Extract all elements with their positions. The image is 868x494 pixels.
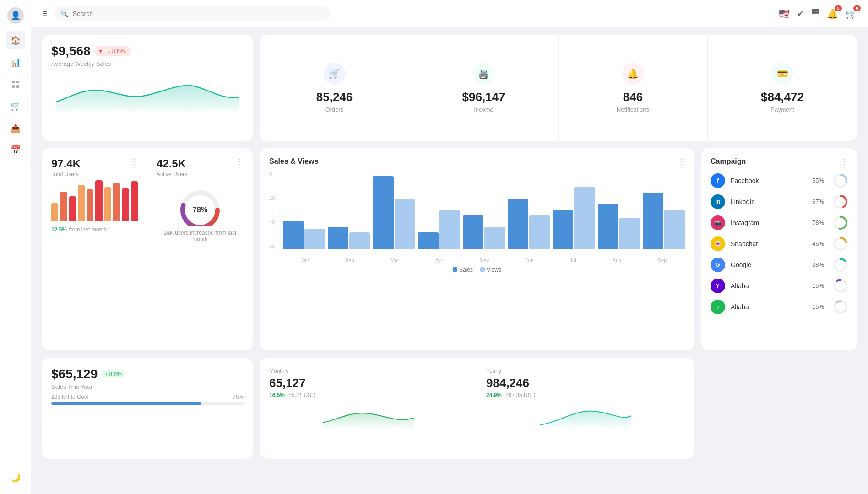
views-bar-7	[619, 218, 640, 249]
views-bar-2	[395, 199, 415, 249]
monthly-section: Monthly 65,127 16.5% 55.21 USD	[260, 358, 477, 459]
sales-year-amount: $65,129	[51, 367, 98, 381]
stat-orders: 🛒 85,246 Orders	[260, 35, 409, 141]
svg-rect-2	[12, 85, 15, 88]
income-icon: 🖨️	[473, 63, 495, 85]
campaign-item-5: YAltaba15%	[711, 279, 848, 293]
monthly-change-pct: 16.5%	[269, 392, 285, 398]
svg-rect-7	[812, 11, 814, 14]
stat-notifications: 🔔 846 Notifications	[559, 35, 708, 141]
weekly-sales-amount: $9,568	[51, 44, 91, 59]
topbar-actions: 🇺🇸 ✔ 🔔 5 🛒 8	[778, 8, 857, 19]
legend-views: Views	[480, 267, 501, 273]
views-bar-8	[664, 210, 685, 249]
user-bar-2	[69, 196, 76, 221]
bar-group-3	[418, 210, 460, 249]
svg-rect-0	[12, 81, 15, 83]
mini-donut-5	[833, 279, 848, 293]
yearly-chart	[486, 402, 685, 430]
yearly-value: 984,246	[486, 376, 685, 390]
campaign-list: fFacebook55%inLinkedIn67%📷Instagram78%👻S…	[711, 173, 848, 314]
yearly-section: Yearly 984,246 24.9% 267.35 USD	[477, 358, 694, 459]
views-bar-6	[574, 187, 595, 249]
total-users-chart	[51, 185, 138, 221]
sales-views-title: Sales & Views	[269, 157, 318, 166]
active-users-value: 42.5K	[157, 157, 187, 170]
active-users-description: 24K users increased from last month	[157, 230, 244, 242]
notifications-value: 846	[623, 90, 643, 104]
bar-group-8	[643, 193, 685, 249]
campaign-name-2: Instagram	[731, 219, 807, 226]
svg-text:78%: 78%	[193, 206, 207, 214]
y-axis-labels: 6040200	[269, 172, 280, 249]
mini-donut-4	[833, 258, 848, 272]
sidebar-item-cart[interactable]: 🛒	[6, 97, 25, 115]
stats-row: 🛒 85,246 Orders 🖨️ $96,147 Income 🔔 846 …	[260, 35, 857, 141]
sales-views-header: Sales & Views ⋮	[269, 157, 685, 166]
campaign-logo-6: ♪	[711, 300, 725, 314]
weekly-sales-label: Average Weekly Sales	[51, 60, 244, 67]
bar-group-6	[553, 187, 595, 249]
monthly-yearly-card: Monthly 65,127 16.5% 55.21 USD Yearly 98…	[260, 358, 694, 459]
campaign-logo-0: f	[711, 173, 725, 188]
search-input[interactable]	[55, 6, 330, 21]
svg-rect-6	[817, 9, 819, 11]
sidebar-item-home[interactable]: 🏠	[6, 31, 25, 49]
sidebar-item-theme[interactable]: 🌙	[6, 468, 25, 487]
weekly-sales-chart	[51, 75, 244, 111]
bar-group-4	[463, 215, 505, 249]
yearly-change-pct: 24.9%	[486, 392, 502, 398]
avatar[interactable]: 👤	[7, 7, 24, 24]
mini-donut-6	[833, 300, 848, 314]
campaign-pct-1: 67%	[812, 198, 824, 205]
user-bar-1	[60, 192, 67, 221]
sales-views-chart: 6040200 JanFebMarAprMayJunJulAugSep	[269, 172, 685, 263]
campaign-header: Campaign ⋮	[711, 157, 848, 166]
cart-icon-wrap[interactable]: 🛒 8	[846, 8, 857, 19]
views-bar-3	[439, 210, 460, 249]
user-bar-0	[51, 203, 58, 221]
goal-left: 285 left to Goal	[51, 394, 88, 400]
svg-point-23	[835, 280, 846, 292]
views-bar-4	[484, 227, 505, 249]
main-area: ≡ 🔍 🇺🇸 ✔ 🔔 5 🛒 8 $9,568	[31, 0, 868, 494]
menu-button[interactable]: ≡	[42, 8, 48, 19]
active-users-menu[interactable]: ⋮	[236, 157, 244, 166]
campaign-pct-5: 15%	[812, 282, 824, 289]
total-users-menu[interactable]: ⋮	[130, 157, 138, 166]
topbar: ≡ 🔍 🇺🇸 ✔ 🔔 5 🛒 8	[31, 0, 868, 27]
sidebar-item-inbox[interactable]: 📥	[6, 119, 25, 137]
sales-views-menu[interactable]: ⋮	[678, 157, 685, 166]
user-bar-7	[113, 183, 120, 221]
campaign-name-1: LinkedIn	[731, 198, 807, 205]
check-icon[interactable]: ✔	[797, 9, 804, 19]
notifications-bell[interactable]: 🔔 5	[827, 8, 838, 19]
monthly-label: Monthly	[269, 368, 467, 374]
sidebar-item-grid[interactable]	[6, 75, 25, 93]
apps-icon[interactable]	[811, 8, 819, 19]
svg-point-25	[835, 301, 846, 313]
sales-bar-1	[328, 227, 348, 249]
sidebar-item-chart[interactable]: 📊	[6, 53, 25, 71]
bar-group-1	[328, 227, 370, 249]
notification-badge: 5	[835, 5, 842, 11]
user-bar-5	[95, 180, 102, 221]
total-users-value: 97.4K	[51, 157, 81, 170]
campaign-item-2: 📷Instagram78%	[711, 215, 848, 230]
campaign-pct-3: 46%	[812, 240, 824, 247]
sales-progress: 285 left to Goal 78%	[51, 394, 244, 405]
campaign-item-4: GGoogle38%	[711, 258, 848, 272]
legend-sales: Sales	[453, 267, 473, 273]
views-bar-1	[349, 232, 370, 249]
sidebar-item-calendar[interactable]: 📅	[6, 141, 25, 159]
campaign-pct-2: 78%	[812, 219, 824, 226]
campaign-pct-0: 55%	[812, 177, 824, 184]
monthly-change-usd: 55.21 USD	[288, 392, 315, 398]
weekly-sales-change: ▼ ↓ 8.6%	[94, 46, 132, 56]
bar-group-0	[283, 221, 325, 249]
progress-info: 285 left to Goal 78%	[51, 394, 244, 400]
monthly-value: 65,127	[269, 376, 467, 390]
flag-icon[interactable]: 🇺🇸	[778, 8, 790, 19]
campaign-menu[interactable]: ⋮	[841, 157, 848, 166]
mini-donut-3	[833, 236, 848, 251]
